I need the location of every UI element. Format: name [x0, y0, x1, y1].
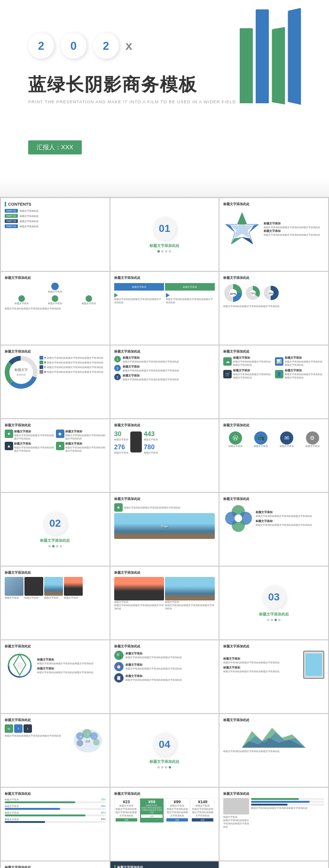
slide-hex-title: 标题文字添加此处: [223, 202, 324, 207]
arrow-icon-1: [114, 293, 118, 298]
contents-item-2: PART 02 标题文字添加此处: [5, 214, 106, 218]
circ-icon-gear: ⚙: [306, 431, 319, 445]
quad-4: ● 标题文字添加标题文字添加此处标题文字添加此处标题文字添加此处: [56, 442, 106, 453]
photos-row: 标题文字添加 标题文字添加 标题文字添加 标题文字添加: [5, 577, 106, 599]
pt-prog-2: [251, 801, 324, 803]
tl-icon-1: 🔍: [114, 651, 124, 660]
arrow-content-1: 标题文字添加此处标题文字添加此处标题文字添加此处: [114, 293, 163, 304]
mountain-content: 标题文字添加此处标题文字添加此处标题文字添加此处: [223, 724, 324, 753]
pie-chart-2-svg: 25%: [245, 285, 261, 301]
part-tag-3: PART 03: [5, 219, 18, 223]
donut-svg: 标题文字 添加此处: [5, 356, 38, 389]
contents-item-3: PART 03 标题文字添加此处: [5, 219, 106, 223]
circular-icons-title: 标题文字添加此处: [223, 423, 324, 428]
clover-title: 标题文字添加此处: [223, 497, 324, 501]
contents-text-3: 标题文字添加此处: [20, 220, 39, 223]
city-photos-row: 标题文字添加 标题文字添加此处标题文字添加此处标题文字添加此处 标题文字添加 标…: [114, 577, 215, 610]
prog-bar-1: [5, 801, 106, 803]
org-row-top: 标题文字添加: [5, 283, 106, 293]
tl-icon-2: ⏰: [114, 662, 124, 671]
svg-text:25%: 25%: [251, 292, 256, 295]
cover-title: 蓝绿长阴影商务模板 PRINT THE PRESENTATION AND MAK…: [28, 73, 236, 104]
part-tag-4: PART 04: [5, 224, 18, 228]
circ-icon-4: ⚙ 标题文字添加: [306, 431, 320, 448]
hex-text-group: 标题文字添加 标题文字添加此处标题文字添加此处标题文字添加此处 标题文字添加 标…: [264, 222, 320, 237]
donut-label-b: B 标题文字添加此处标题文字添加此处标题文字添加此处: [39, 361, 106, 364]
slide-phone-stats: 标题文字添加此处 30 标题文字添加 276 标题文字添加 443 标题文字添加: [110, 419, 219, 492]
dot-2: [56, 545, 58, 547]
social-left: in f t 标题文字添加此处标题文字添加此处标题文字添加此处: [5, 724, 69, 757]
org-text: 标题文字添加此处标题文字添加此处标题文字添加此处: [5, 307, 106, 310]
slide-dark-icons: 标题文字添加此处 ↗ 标题文字添加 标题文字添加此处标题文字添加此处标题文字添加…: [110, 861, 219, 868]
svg-text:标题文字: 标题文字: [14, 368, 28, 371]
photos-text-content: 标题文字添加 标题文字添加此处标题文字添加此处标题文字添加此处 标题文字添加此处…: [223, 798, 324, 829]
social-brain-content: in f t 标题文字添加此处标题文字添加此处标题文字添加此处 社交 in f …: [5, 724, 106, 757]
numbered-item-3: 3 标题文字添加 标题文字添加此处标题文字添加此处标题文字添加此处: [114, 374, 215, 381]
slide-thankyou: THANK YOU 标题文字添加此处标题文字添加此处标题文字添加此处: [219, 861, 328, 868]
recycle-svg: [5, 651, 35, 681]
prog-fill-1: [5, 801, 75, 803]
mountain-svg: [223, 724, 324, 748]
slide-number-04: 04 标题文字添加此处: [110, 714, 219, 787]
svg-point-26: [235, 515, 242, 522]
tablet-stats-title: 标题文字添加此处: [223, 644, 324, 649]
dot-3: [169, 250, 171, 253]
photo-4: 标题文字添加: [64, 577, 83, 599]
slide-hex-diagram: 标题文字添加此处 标题文字添加 标题文字添加此处标题文字添加此处标题文字添加此处…: [219, 198, 328, 271]
org-node-4: 标题文字添加: [82, 295, 96, 305]
progress-list: 标题文字添加 70% 标题文字添加 55% 标题文字添加: [5, 798, 106, 823]
cover-year: 2 0 2 x: [28, 33, 132, 59]
contents-item-4: PART 04 标题文字添加此处: [5, 224, 106, 228]
org-content: 标题文字添加 标题文字添加 标题文字添加 标题文字添加 标题文字添加此处标题文字…: [5, 283, 106, 310]
photos-left: 标题文字添加 标题文字添加此处标题文字添加此处标题文字添加此处: [223, 798, 249, 829]
clover-text: 标题文字添加 标题文字添加此处标题文字添加此处标题文字添加此处 标题文字添加 标…: [256, 510, 324, 527]
bridge-image: Bridge: [114, 513, 215, 539]
price-btn-3[interactable]: 选择: [166, 818, 188, 822]
dot-1: [267, 619, 269, 621]
price-btn-4[interactable]: 选择: [192, 818, 213, 822]
slides-grid: CONTENTS PART 01 标题文字添加此处 PART 02 标题文字添加…: [0, 197, 329, 868]
prog-item-2: 标题文字添加 55%: [5, 805, 106, 810]
slide-clover: 标题文字添加此处 标题文字添加 标题文字添加此处标题文字添加此处标题文字添加此处…: [219, 493, 328, 566]
city-photo-2: 标题文字添加 标题文字添加此处标题文字添加此处标题文字添加此处: [165, 577, 215, 610]
timeline-icons-title: 标题文字添加此处: [114, 644, 215, 649]
prog-bar-2: [5, 808, 106, 810]
arrow-content-2: 标题文字添加此处标题文字添加此处标题文字添加此处: [166, 293, 215, 304]
cover-subtitle: PRINT THE PRESENTATION AND MAKE IT INTO …: [28, 100, 236, 104]
mountain-text: 标题文字添加此处标题文字添加此处标题文字添加此处: [223, 750, 324, 753]
slide-city-photos: 标题文字添加此处 标题文字添加 标题文字添加此处标题文字添加此处标题文字添加此处…: [110, 567, 219, 639]
price-col-3: ¥99 标题文字添加 标题文字添加此处标题文字添加此处标题文字添加此处 选择: [165, 798, 189, 823]
hex-text-2: 标题文字添加此处标题文字添加此处标题文字添加此处: [264, 226, 320, 229]
part-tag-2: PART 02: [5, 214, 18, 218]
slide-number-03: 03 标题文字添加此处: [219, 567, 328, 639]
price-btn-1[interactable]: 选择: [116, 818, 137, 822]
org-node-3: 标题文字添加: [48, 295, 62, 305]
org-node-2: 标题文字添加: [15, 295, 29, 305]
arrow-box-1: 标题文字添加: [114, 283, 164, 291]
dot-3: [60, 545, 62, 547]
icon-cloud: ☁: [223, 357, 232, 366]
year-digit-2: 0: [61, 33, 86, 59]
slide-contents: CONTENTS PART 01 标题文字添加此处 PART 02 标题文字添加…: [1, 198, 110, 271]
price-col-1: ¥23 标题文字添加 标题文字添加此处标题文字添加此处标题文字添加此处 选择: [114, 798, 139, 823]
icon-item-1: ☁ 标题文字添加标题文字添加此处标题文字添加此处标题文字添加此处: [223, 356, 273, 367]
stat-30: 30 标题文字添加: [114, 430, 128, 441]
cover-reporter-badge: 汇报人：XXX: [28, 140, 82, 154]
price-btn-2[interactable]: 选择: [141, 814, 163, 818]
bridge-title: 标题文字添加此处: [114, 497, 215, 501]
timeline-icons-list: 🔍 标题文字添加标题文字添加此处标题文字添加此处标题文字添加此处 ⏰ 标题文字添…: [114, 651, 215, 683]
icon-cart: 🛒: [223, 370, 232, 378]
contents-text-1: 标题文字添加此处: [20, 209, 39, 212]
dot-active: [52, 545, 55, 547]
dot-2: [161, 766, 164, 768]
contents-item-1: PART 01 标题文字添加此处: [5, 209, 106, 213]
slide-circular-icons: 标题文字添加此处 Ⓦ 标题文字添加 📺 标题文字添加 ✉ 标题文字添加 ⚙ 标题…: [219, 419, 328, 492]
icon-item-3: 🛒 标题文字添加标题文字添加此处标题文字添加此处标题文字添加此处: [223, 369, 273, 379]
bar-green-1: [240, 28, 253, 103]
cover-3d-bars: [240, 9, 301, 103]
donut-label-d: D 标题文字添加此处标题文字添加此处标题文字添加此处: [39, 370, 106, 374]
contents-text-2: 标题文字添加此处: [20, 215, 39, 217]
year-x: x: [125, 38, 132, 53]
icon-item-4: 👤 标题文字添加标题文字添加此处标题文字添加此处标题文字添加此处: [275, 369, 324, 379]
dot-active: [169, 766, 171, 768]
